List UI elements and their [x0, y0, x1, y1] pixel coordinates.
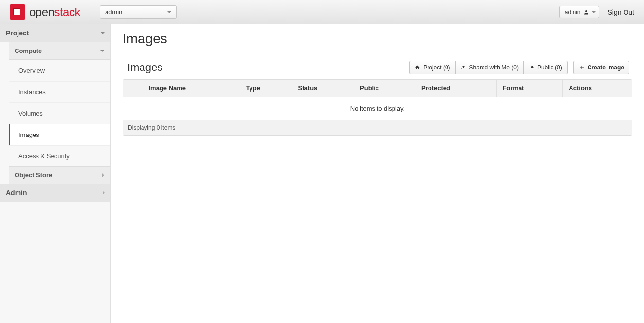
- sidebar-item-overview[interactable]: Overview: [9, 60, 110, 81]
- sidebar-admin-label: Admin: [6, 189, 27, 197]
- create-image-label: Create Image: [588, 64, 624, 71]
- tenant-selector[interactable]: admin: [100, 5, 177, 19]
- col-format[interactable]: Format: [497, 80, 563, 97]
- col-actions: Actions: [563, 80, 632, 97]
- sidebar-project-header[interactable]: Project: [0, 24, 110, 42]
- brand-logo[interactable]: openstack: [10, 4, 80, 20]
- user-name: admin: [565, 9, 581, 16]
- tenant-selected: admin: [105, 8, 122, 16]
- brand-mark-icon: [10, 4, 25, 20]
- sidebar-object-store-label: Object Store: [15, 171, 52, 179]
- fire-icon: [529, 65, 535, 70]
- sign-out-link[interactable]: Sign Out: [608, 8, 637, 16]
- page-title: Images: [123, 31, 632, 50]
- filter-project-button[interactable]: Project (0): [409, 61, 455, 74]
- chevron-right-icon: [103, 191, 105, 195]
- col-status[interactable]: Status: [292, 80, 354, 97]
- col-protected[interactable]: Protected: [415, 80, 497, 97]
- sidebar-compute-label: Compute: [15, 47, 42, 54]
- col-public[interactable]: Public: [354, 80, 415, 97]
- sidebar-admin-header[interactable]: Admin: [0, 184, 110, 202]
- filter-shared-button[interactable]: Shared with Me (0): [455, 61, 524, 74]
- section-title: Images: [127, 61, 162, 74]
- share-icon: [461, 65, 466, 70]
- user-menu[interactable]: admin: [559, 6, 599, 18]
- topbar: openstack admin admin Sign Out: [0, 0, 644, 24]
- filter-public-button[interactable]: Public (0): [523, 61, 568, 74]
- action-buttons: Project (0) Shared with Me (0) Public (0…: [409, 61, 629, 74]
- section-header: Images Project (0) Shared with Me (0): [123, 59, 632, 79]
- chevron-down-icon: [167, 11, 171, 13]
- table-empty-row: No items to display.: [123, 97, 632, 120]
- plus-icon: [579, 65, 585, 70]
- chevron-right-icon: [102, 173, 104, 177]
- sidebar-item-label: Access & Security: [18, 153, 70, 160]
- sidebar-item-label: Volumes: [18, 110, 43, 117]
- table-header-row: Image Name Type Status Public Protected …: [123, 80, 632, 97]
- sidebar-project-panel: Compute Overview Instances Volumes Image…: [0, 42, 110, 184]
- col-image-name[interactable]: Image Name: [143, 80, 240, 97]
- create-image-button[interactable]: Create Image: [573, 61, 629, 74]
- image-filter-group: Project (0) Shared with Me (0) Public (0…: [409, 61, 567, 74]
- sidebar: Project Compute Overview Instances Volum…: [0, 24, 111, 323]
- content: Images Images Project (0) Shared: [111, 24, 644, 323]
- chevron-down-icon: [100, 50, 104, 52]
- table-empty-message: No items to display.: [123, 97, 632, 120]
- col-type[interactable]: Type: [240, 80, 292, 97]
- select-all-header[interactable]: [123, 80, 143, 97]
- sidebar-compute-header[interactable]: Compute: [9, 42, 110, 60]
- table-footer: Displaying 0 items: [123, 120, 632, 135]
- sidebar-item-label: Images: [18, 131, 39, 138]
- images-table: Image Name Type Status Public Protected …: [123, 79, 632, 136]
- filter-project-label: Project (0): [423, 64, 450, 71]
- topbar-right: admin Sign Out: [559, 6, 637, 18]
- main-shell: Project Compute Overview Instances Volum…: [0, 24, 644, 323]
- filter-shared-label: Shared with Me (0): [469, 64, 519, 71]
- filter-public-label: Public (0): [537, 64, 562, 71]
- brand-name: openstack: [29, 5, 80, 19]
- sidebar-project-label: Project: [6, 29, 29, 37]
- sidebar-item-images[interactable]: Images: [9, 124, 110, 145]
- sidebar-object-store-header[interactable]: Object Store: [9, 166, 110, 184]
- svg-point-0: [585, 10, 587, 12]
- sidebar-item-instances[interactable]: Instances: [9, 81, 110, 102]
- home-icon: [414, 65, 420, 70]
- sidebar-item-volumes[interactable]: Volumes: [9, 102, 110, 124]
- sidebar-item-access-security[interactable]: Access & Security: [9, 145, 110, 167]
- sidebar-item-label: Overview: [18, 67, 45, 74]
- chevron-down-icon: [592, 11, 596, 13]
- sidebar-item-label: Instances: [18, 88, 46, 96]
- chevron-down-icon: [101, 32, 105, 34]
- user-icon: [583, 9, 589, 15]
